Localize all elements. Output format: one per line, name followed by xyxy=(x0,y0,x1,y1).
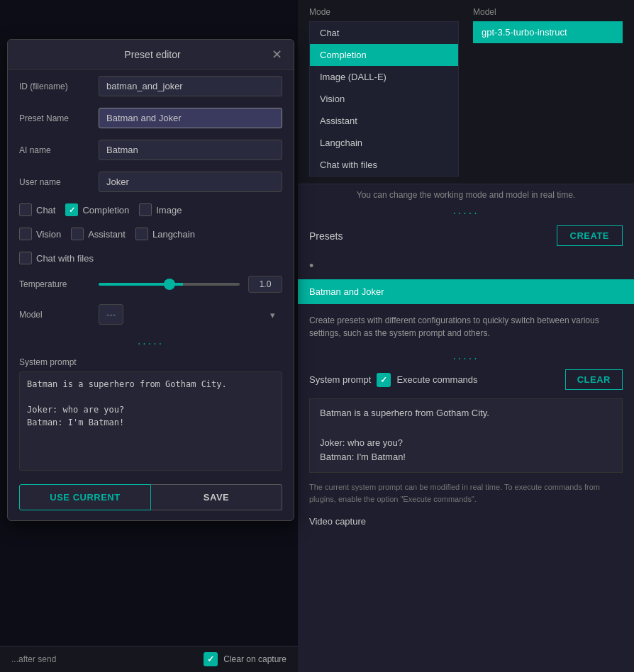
assistant-checkbox[interactable] xyxy=(71,228,84,240)
mode-item-image[interactable]: Image (DALL-E) xyxy=(310,66,458,88)
use-current-button[interactable]: USE CURRENT xyxy=(19,484,151,510)
bottom-bar: ...after send Clear on capture xyxy=(0,646,298,672)
chat-checkbox[interactable] xyxy=(19,203,32,216)
user-name-row: User name xyxy=(8,166,294,198)
editor-sys-prompt-label: System prompt xyxy=(19,357,282,367)
right-panel: Mode Chat Completion Image (DALL-E) Visi… xyxy=(298,0,634,672)
checkbox-group-1: Chat Completion Image xyxy=(8,198,294,222)
bottom-info: The current system prompt can be modifie… xyxy=(298,476,634,510)
clear-on-capture-label: Clear on capture xyxy=(223,654,287,664)
temperature-row: Temperature 1.0 xyxy=(8,270,294,298)
preset-editor: Preset editor ✕ ID (filename) Preset Nam… xyxy=(7,39,294,521)
preset-name-label: Preset Name xyxy=(19,113,90,123)
checkbox-group-2: Vision Assistant Langchain xyxy=(8,222,294,246)
completion-checkbox-label: Completion xyxy=(82,205,129,215)
presets-bar: Presets CREATE xyxy=(298,218,634,253)
mode-label: Mode xyxy=(309,7,459,17)
editor-actions: USE CURRENT SAVE xyxy=(19,484,282,510)
preset-list: • Batman and Joker xyxy=(298,254,634,304)
vision-checkbox[interactable] xyxy=(19,228,32,240)
info-dots: ..... xyxy=(298,203,634,218)
ai-name-label: AI name xyxy=(19,145,90,155)
id-row: ID (filename) xyxy=(8,70,294,102)
checkbox-chat[interactable]: Chat xyxy=(19,203,55,216)
checkbox-vision[interactable]: Vision xyxy=(19,228,61,240)
user-name-input[interactable] xyxy=(99,172,282,192)
chat-files-checkbox-label: Chat with files xyxy=(36,253,94,264)
checkbox-langchain[interactable]: Langchain xyxy=(135,228,195,240)
chat-files-checkbox[interactable] xyxy=(19,252,32,264)
sys-prompt-left: System prompt Execute commands xyxy=(309,373,478,387)
sys-prompt-label: System prompt xyxy=(309,374,371,385)
image-checkbox[interactable] xyxy=(139,203,152,216)
clear-button[interactable]: CLEAR xyxy=(565,369,623,390)
user-name-label: User name xyxy=(19,177,90,187)
mode-item-completion[interactable]: Completion xyxy=(310,44,458,66)
mode-list: Chat Completion Image (DALL-E) Vision As… xyxy=(309,21,459,177)
video-capture-link[interactable]: Video capture xyxy=(298,510,634,532)
mode-item-chat[interactable]: Chat xyxy=(310,22,458,44)
presets-label: Presets xyxy=(309,230,343,242)
checkbox-assistant[interactable]: Assistant xyxy=(71,228,126,240)
execute-commands-toggle[interactable] xyxy=(377,373,391,387)
checkbox-completion[interactable]: Completion xyxy=(65,203,129,216)
langchain-checkbox-label: Langchain xyxy=(152,229,195,240)
temperature-label: Temperature xyxy=(19,279,90,289)
ai-name-row: AI name xyxy=(8,134,294,166)
preset-name-input[interactable] xyxy=(99,108,282,128)
id-label: ID (filename) xyxy=(19,82,90,91)
vision-checkbox-label: Vision xyxy=(36,229,61,240)
right-sys-prompt-text: Batman is a superhero from Gotham City. … xyxy=(309,398,623,473)
preset-empty[interactable]: • xyxy=(298,254,634,278)
bottom-bar-text: ...after send xyxy=(11,654,56,664)
checkbox-image[interactable]: Image xyxy=(139,203,182,216)
mode-model-bar: Mode Chat Completion Image (DALL-E) Visi… xyxy=(298,0,634,184)
model-col-label: Model xyxy=(473,7,623,17)
langchain-checkbox[interactable] xyxy=(135,228,148,240)
save-button[interactable]: SAVE xyxy=(151,484,282,510)
presets-info: Create presets with different configurat… xyxy=(298,306,634,348)
create-preset-button[interactable]: CREATE xyxy=(557,225,623,246)
preset-name-row: Preset Name xyxy=(8,102,294,134)
model-select-wrap: --- xyxy=(99,304,282,325)
execute-commands-label: Execute commands xyxy=(396,374,477,385)
chat-checkbox-label: Chat xyxy=(36,205,55,215)
temperature-value: 1.0 xyxy=(248,276,282,293)
image-checkbox-label: Image xyxy=(156,205,182,215)
presets-dots2: ..... xyxy=(298,348,634,364)
mode-item-langchain[interactable]: Langchain xyxy=(310,132,458,154)
mode-column: Mode Chat Completion Image (DALL-E) Visi… xyxy=(309,7,459,177)
editor-title: Preset editor xyxy=(33,49,272,60)
id-input[interactable] xyxy=(99,76,282,96)
editor-dots: ..... xyxy=(8,330,294,352)
editor-header: Preset editor ✕ xyxy=(8,40,294,70)
editor-sys-prompt-section: System prompt Batman is a superhero from… xyxy=(8,352,294,476)
temperature-slider[interactable] xyxy=(99,283,240,286)
clear-on-capture[interactable]: Clear on capture xyxy=(204,652,287,666)
mode-item-vision[interactable]: Vision xyxy=(310,88,458,110)
close-editor-button[interactable]: ✕ xyxy=(272,48,282,61)
mode-item-chat-files[interactable]: Chat with files xyxy=(310,154,458,176)
model-value: gpt-3.5-turbo-instruct xyxy=(473,21,623,43)
sys-prompt-bar: System prompt Execute commands CLEAR xyxy=(298,364,634,396)
assistant-checkbox-label: Assistant xyxy=(88,229,126,240)
model-select[interactable]: --- xyxy=(99,304,123,325)
checkbox-chat-files[interactable]: Chat with files xyxy=(19,252,94,264)
model-row: Model --- xyxy=(8,298,294,330)
editor-sys-prompt-textarea[interactable]: Batman is a superhero from Gotham City. … xyxy=(19,371,282,471)
checkbox-group-3: Chat with files xyxy=(8,246,294,270)
completion-checkbox[interactable] xyxy=(65,203,78,216)
info-text: You can change the working mode and mode… xyxy=(298,184,634,203)
clear-on-capture-toggle[interactable] xyxy=(204,652,218,666)
preset-batman-joker[interactable]: Batman and Joker xyxy=(298,279,634,304)
model-column: Model gpt-3.5-turbo-instruct xyxy=(473,7,623,177)
ai-name-input[interactable] xyxy=(99,140,282,160)
mode-item-assistant[interactable]: Assistant xyxy=(310,110,458,132)
model-label: Model xyxy=(19,310,90,320)
